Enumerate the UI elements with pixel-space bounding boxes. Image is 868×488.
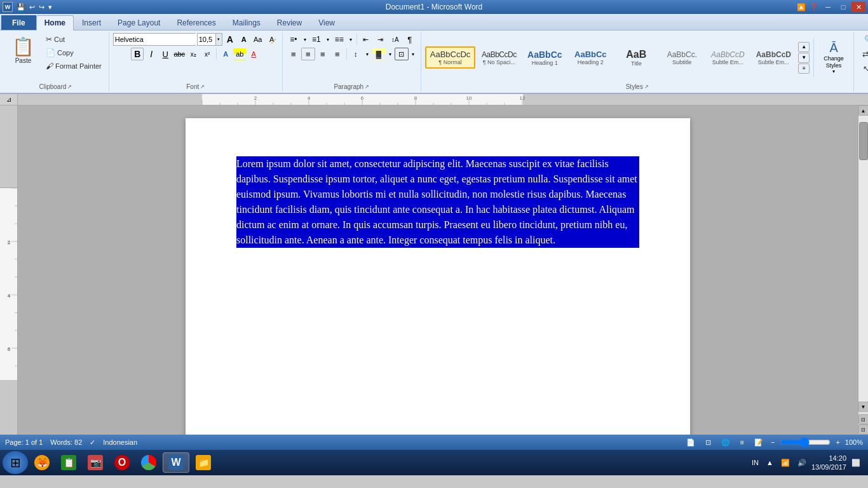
scroll-down-button[interactable]: ▼ (858, 402, 869, 412)
scroll-page-up[interactable]: ⊡ (858, 414, 869, 424)
strikethrough-button[interactable]: abc (173, 48, 186, 60)
style-no-space[interactable]: AaBbCcDc ¶ No Spaci... (477, 48, 521, 68)
tab-mailings[interactable]: Mailings (224, 15, 269, 30)
align-left-button[interactable]: ≡ (287, 48, 301, 60)
line-spacing-dropdown[interactable]: ▾ (363, 48, 371, 60)
taskbar-chrome[interactable] (136, 452, 161, 473)
tab-page-layout[interactable]: Page Layout (109, 15, 168, 30)
decrease-indent-button[interactable]: ⇤ (359, 33, 373, 46)
clipboard-expand-icon[interactable]: ↗ (67, 84, 72, 90)
ruler-corner[interactable]: ⊿ (0, 94, 18, 105)
bullets-dropdown[interactable]: ▾ (301, 33, 309, 46)
style-subtle-em[interactable]: AaBbCcD Subtle Em... (705, 48, 750, 68)
style-heading2[interactable]: AaBbCc Heading 2 (568, 47, 613, 68)
bullets-button[interactable]: ≡• (287, 33, 301, 46)
language[interactable]: Indonesian (103, 438, 137, 446)
style-title[interactable]: AaB Title (614, 46, 658, 69)
scroll-up-button[interactable]: ▲ (858, 105, 869, 116)
scroll-track[interactable] (858, 116, 869, 402)
style-subtitle[interactable]: AaBbCc. Subtitle (660, 48, 704, 68)
print-layout-btn[interactable]: 📄 (684, 438, 698, 447)
increase-indent-button[interactable]: ⇥ (374, 33, 388, 46)
zoom-slider[interactable] (780, 438, 831, 446)
numbering-dropdown[interactable]: ▾ (324, 33, 332, 46)
styles-scroll-down[interactable]: ▼ (798, 53, 810, 63)
tab-insert[interactable]: Insert (74, 15, 109, 30)
document-area[interactable]: Lorem ipsum dolor sit amet, consectetur … (18, 105, 858, 435)
sort-button[interactable]: ↕A (388, 33, 402, 46)
find-button[interactable]: 🔍 Find ▾ (860, 33, 868, 46)
format-painter-button[interactable]: 🖌 Format Painter (43, 60, 105, 72)
zoom-level[interactable]: 100% (845, 438, 863, 446)
border-button[interactable]: ⊡ (395, 48, 409, 60)
copy-button[interactable]: 📄 Copy (43, 46, 105, 59)
tab-home[interactable]: Home (36, 15, 74, 30)
font-grow-button[interactable]: A (224, 33, 236, 46)
superscript-button[interactable]: x² (201, 48, 214, 60)
outline-btn[interactable]: ≡ (738, 438, 747, 446)
multilevel-dropdown[interactable]: ▾ (347, 33, 355, 46)
maximize-btn[interactable]: □ (836, 2, 850, 12)
volume-icon[interactable]: 🔊 (795, 459, 809, 467)
full-screen-btn[interactable]: ⊡ (703, 438, 714, 447)
italic-button[interactable]: I (145, 48, 158, 60)
paragraph-expand-icon[interactable]: ↗ (365, 84, 369, 90)
change-case-button[interactable]: Aa (252, 33, 264, 46)
styles-more[interactable]: ≡ (798, 64, 810, 74)
style-heading1[interactable]: AaBbCc Heading 1 (522, 47, 567, 69)
style-normal[interactable]: AaBbCcDc ¶ Normal (425, 46, 476, 69)
paste-button[interactable]: 📋 Paste (6, 33, 40, 67)
web-layout-btn[interactable]: 🌐 (719, 438, 733, 447)
replace-button[interactable]: ⇄ Replace (858, 48, 868, 60)
network-icon[interactable]: 📶 (778, 459, 792, 467)
zoom-plus[interactable]: + (836, 438, 839, 446)
close-btn[interactable]: ✕ (851, 2, 865, 12)
taskbar-camera[interactable]: 📷 (83, 452, 108, 473)
page-content[interactable]: Lorem ipsum dolor sit amet, consectetur … (236, 156, 639, 248)
shading-dropdown[interactable]: ▾ (386, 48, 394, 60)
multilevel-button[interactable]: ≡≡ (332, 33, 346, 46)
font-expand-icon[interactable]: ↗ (200, 84, 205, 90)
bold-button[interactable]: B (131, 48, 144, 60)
font-name-combobox[interactable]: ▾ (113, 33, 196, 46)
shading-button[interactable]: ▓ (372, 48, 386, 60)
font-size-dropdown-arrow[interactable]: ▾ (215, 34, 222, 45)
numbering-button[interactable]: ≡1 (309, 33, 323, 46)
taskbar-folder[interactable]: 📁 (191, 452, 216, 473)
tab-view[interactable]: View (310, 15, 343, 30)
align-center-button[interactable]: ≡ (301, 48, 315, 60)
ribbon-collapse-btn[interactable]: 🔼 (796, 3, 807, 11)
font-shrink-button[interactable]: A (238, 33, 250, 46)
help-btn[interactable]: ❓ (808, 3, 820, 11)
redo-quick-btn[interactable]: ↪ (37, 3, 46, 11)
scroll-thumb[interactable] (859, 122, 868, 160)
selected-text[interactable]: Lorem ipsum dolor sit amet, consectetur … (236, 156, 639, 248)
taskbar-app2[interactable]: 📋 (56, 452, 81, 473)
qa-menu-btn[interactable]: ▾ (47, 3, 53, 11)
subscript-button[interactable]: x₂ (187, 48, 200, 60)
tab-file[interactable]: File (1, 15, 36, 30)
tab-review[interactable]: Review (269, 15, 310, 30)
cut-button[interactable]: ✂ Cut (43, 33, 105, 46)
styles-expand-icon[interactable]: ↗ (644, 84, 649, 90)
zoom-minus[interactable]: − (771, 438, 775, 446)
change-styles-button[interactable]: Ā ChangeStyles ▾ (818, 37, 850, 78)
underline-button[interactable]: U (159, 48, 172, 60)
scroll-page-down[interactable]: ⊡ (858, 424, 869, 435)
show-desktop-btn[interactable]: ⬜ (849, 459, 863, 467)
save-quick-btn[interactable]: 💾 (15, 3, 27, 11)
clock[interactable]: 14:20 13/09/2017 (811, 454, 846, 472)
taskbar-up-arrow[interactable]: ▲ (764, 459, 776, 466)
style-subtle2[interactable]: AaBbCcD Subtle Em... (751, 48, 796, 68)
text-effects-button[interactable]: A (219, 48, 232, 60)
taskbar-opera[interactable]: O (109, 452, 135, 473)
taskbar-word[interactable]: W (163, 452, 189, 473)
undo-quick-btn[interactable]: ↩ (28, 3, 36, 11)
font-color-button[interactable]: A (247, 48, 260, 60)
taskbar-firefox[interactable]: 🦊 (29, 452, 55, 473)
line-spacing-button[interactable]: ↕ (349, 48, 363, 60)
start-button[interactable]: ⊞ (3, 451, 28, 474)
font-size-combobox[interactable]: ▾ (197, 33, 222, 46)
tab-references[interactable]: References (168, 15, 224, 30)
select-button[interactable]: ↖ Select ▾ (858, 62, 868, 75)
